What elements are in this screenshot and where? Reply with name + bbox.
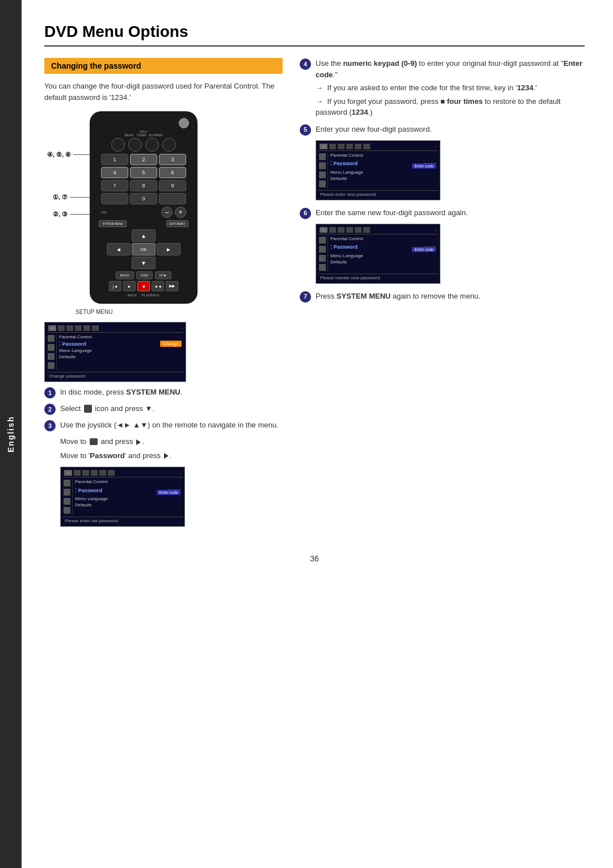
sidebar: English	[0, 0, 22, 868]
side-icon-3	[48, 353, 54, 360]
step-5-text: Enter your new four-digit password.	[316, 124, 585, 135]
toolbar-icon-2	[58, 325, 65, 331]
num-2: 2	[130, 154, 157, 165]
step-7: 7 Press SYSTEM MENU again to remove the …	[300, 291, 585, 303]
pb-prev: |◄	[109, 281, 121, 291]
screen-new-toolbar-home: ⌂	[320, 144, 328, 149]
toolbar-icon-6	[92, 325, 99, 331]
screen-reenter-icon1	[319, 237, 326, 244]
screen-old-footer: Please enter old password	[62, 517, 183, 525]
side-icon-2	[48, 344, 54, 351]
screen-old-defaults: Defaults	[75, 502, 180, 508]
screen-reenter-tb6	[363, 227, 370, 233]
screen-reenter-enter-code: Enter code	[412, 247, 436, 252]
pb-stop: ■	[137, 281, 150, 291]
sidebar-language: English	[6, 416, 15, 452]
menu-area: Parental Control ⁚ Password Change Menu …	[57, 334, 184, 370]
num-3: 3	[159, 154, 186, 165]
annotation-456-label: ④, ⑤, ⑥	[47, 151, 71, 158]
remote-body: DISC/MEDIA TUNER SCANNER	[90, 111, 198, 304]
menu-language: Menu Language	[59, 347, 182, 354]
screen-mockup-reenter-password: ⌂ ›	[316, 224, 440, 284]
dpad-up: ▲	[132, 229, 156, 242]
screen-reenter-dashes: _ _ _ _	[424, 242, 436, 246]
screen-old-tb-right: ›	[116, 471, 181, 475]
top-btn-2	[128, 138, 142, 152]
num-8: 8	[130, 180, 157, 191]
section-description: You can change the four-digit password u…	[44, 81, 283, 103]
vol-plus: +	[175, 207, 186, 218]
screen-new-tb-right: ›	[372, 145, 436, 148]
main-content: DVD Menu Options Changing the password Y…	[22, 0, 613, 868]
screen-old-tb6	[108, 470, 115, 476]
setup-menu-label: SETUP MENU	[75, 306, 243, 316]
screen-reenter-icon4	[319, 264, 326, 271]
pb-fwd: ▶▶	[166, 281, 178, 291]
numpad: 1 2 3 4 5 6 7 8 9 0	[101, 154, 186, 204]
pb-play: ►	[123, 281, 136, 291]
step-5: 5 Enter your new four-digit password.	[300, 124, 585, 136]
toolbar-icon-home: ⌂	[48, 325, 56, 331]
screen-new-menu-lang: Menu Language	[330, 169, 436, 175]
screen-new-tb3	[338, 144, 345, 149]
screen-new-enter-code: Enter code	[412, 163, 436, 169]
screen-reenter-password-label: ⁚ Password	[330, 244, 358, 250]
change-button: Change	[160, 341, 182, 347]
folder-icon	[90, 438, 98, 445]
left-column: Changing the password You can change the…	[44, 58, 283, 531]
screen-old-icon4	[64, 507, 70, 514]
dpad: ▲ ◄ OK ► ▼	[107, 229, 180, 269]
step-6-text: Enter the same new four-digit password a…	[316, 207, 585, 219]
screen-old-tb3	[82, 470, 89, 476]
disc-button	[179, 118, 189, 128]
screen-reenter-defaults: Defaults	[330, 259, 436, 265]
screen-old-left-icons	[62, 479, 73, 515]
screen-old-dashes: _ _ _ _	[169, 485, 180, 489]
screen-old-tb2	[74, 470, 81, 476]
screen-reenter-menu: Parental Control ⁚ Password _ _ _ _ Ente…	[328, 236, 438, 272]
dpad-ok: OK	[132, 243, 156, 255]
setup-label: BACK PLAYBACK	[95, 293, 192, 297]
step-2-text: Select icon and press ▼.	[60, 403, 283, 414]
num-plus	[159, 193, 186, 204]
screen-reenter-parental: Parental Control	[330, 236, 436, 242]
screen-new-icon3	[319, 171, 326, 178]
side-icon-1	[48, 335, 54, 342]
screen-old-icon2	[64, 489, 70, 496]
screen-reenter-tb-right: ›	[372, 228, 436, 232]
dpad-left: ◄	[107, 243, 131, 255]
screen-new-tb5	[355, 144, 362, 149]
screen-reenter-icon2	[319, 246, 326, 253]
screen-old-menu-lang: Menu Language	[75, 496, 180, 502]
step-1-text: In disc mode, press SYSTEM MENU.	[60, 387, 283, 398]
num-6: 6	[159, 167, 186, 178]
screen-new-dashes: _ _ _ _	[424, 159, 436, 163]
num-minus	[101, 193, 128, 204]
annotation-17-label: ①, ⑦	[53, 194, 68, 201]
screen-old-icon3	[64, 498, 70, 505]
screen-mockup-old-password: ⌂ ›	[60, 467, 185, 527]
page-number: 36	[44, 554, 585, 563]
screen-old-enter-code: Enter code	[157, 490, 180, 495]
screen-old-right: _ _ _ _ Enter code	[157, 485, 180, 495]
pb-rew: ◄◄	[152, 281, 164, 291]
parental-label: Parental Control	[59, 334, 182, 340]
vol-minus: –	[161, 207, 173, 218]
annotation-23-label: ②, ③	[53, 211, 68, 218]
ff-btn: FF►	[155, 271, 171, 279]
screen-reenter-tb3	[338, 227, 345, 233]
num-9: 9	[159, 180, 186, 191]
toolbar-icon-5	[83, 325, 90, 331]
playback-controls: |◄ ► ■ ◄◄ ▶▶	[95, 281, 192, 291]
screen-new-footer: Please enter new password	[318, 190, 438, 198]
step-3-text: Use the joystick (◄► ▲▼) on the remote t…	[60, 420, 283, 431]
step-2-number: 2	[44, 404, 56, 415]
num-5: 5	[130, 167, 157, 178]
top-btn-4	[162, 138, 176, 152]
two-column-layout: Changing the password You can change the…	[44, 58, 585, 531]
step-7-number: 7	[300, 291, 311, 303]
screen-new-defaults: Defaults	[330, 175, 436, 182]
num-0: 0	[130, 193, 157, 204]
section-header: Changing the password	[44, 58, 283, 74]
screen-new-tb6	[363, 144, 370, 149]
